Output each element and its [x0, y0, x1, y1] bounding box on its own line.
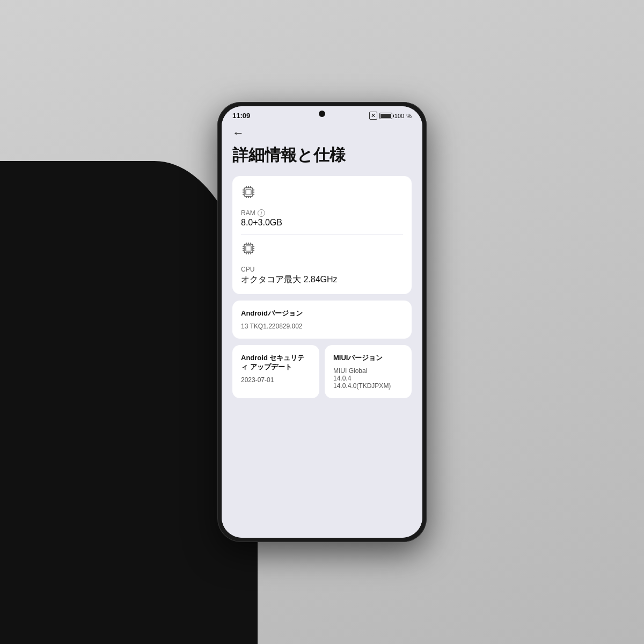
ram-section: RAM i 8.0+3.0GB: [241, 185, 403, 228]
status-right-icons: ✕ 100 %: [369, 112, 412, 120]
status-bar: 11:09 ✕ 100 %: [222, 106, 422, 122]
android-version-value: 13 TKQ1.220829.002: [241, 323, 403, 330]
svg-rect-14: [244, 244, 253, 253]
cpu-value: オクタコア最大 2.84GHz: [241, 274, 403, 286]
android-version-card: Androidバージョン 13 TKQ1.220829.002: [232, 301, 412, 339]
scene: 11:09 ✕ 100 % ← 詳細情報と仕様: [0, 0, 644, 644]
svg-rect-0: [244, 188, 253, 196]
ram-cpu-card: RAM i 8.0+3.0GB: [232, 176, 412, 294]
miui-version-label: MIUIバージョン: [333, 354, 403, 363]
battery-icon: [379, 113, 392, 119]
status-time: 11:09: [232, 112, 250, 120]
svg-rect-15: [246, 246, 251, 251]
ram-info-icon[interactable]: i: [258, 209, 265, 217]
phone-screen: 11:09 ✕ 100 % ← 詳細情報と仕様: [222, 106, 422, 538]
security-miui-row: Android セキュリティ アップデート 2023-07-01 MIUIバージ…: [232, 345, 412, 398]
security-update-value: 2023-07-01: [241, 376, 311, 384]
security-update-label: Android セキュリティ アップデート: [241, 354, 311, 372]
battery-percent: 100: [394, 113, 404, 119]
cpu-label: CPU: [241, 266, 403, 273]
camera-notch: [319, 111, 325, 117]
phone-device: 11:09 ✕ 100 % ← 詳細情報と仕様: [217, 102, 427, 542]
cpu-section: CPU オクタコア最大 2.84GHz: [241, 241, 403, 286]
back-button[interactable]: ←: [232, 122, 412, 142]
content-area[interactable]: ← 詳細情報と仕様: [222, 122, 422, 538]
cpu-chip-icon: [241, 241, 403, 262]
ram-label: RAM i: [241, 209, 403, 217]
x-icon: ✕: [369, 112, 377, 120]
card-divider: [241, 234, 403, 235]
security-update-card: Android セキュリティ アップデート 2023-07-01: [232, 345, 319, 398]
miui-version-value: MIUI Global 14.0.4 14.0.4.0(TKDJPXM): [333, 367, 403, 390]
svg-rect-1: [246, 189, 251, 195]
ram-chip-icon: [241, 185, 403, 206]
ram-value: 8.0+3.0GB: [241, 218, 403, 228]
battery-fill: [380, 114, 391, 118]
miui-version-card: MIUIバージョン MIUI Global 14.0.4 14.0.4.0(TK…: [325, 345, 412, 398]
android-version-label: Androidバージョン: [241, 309, 403, 318]
battery-percent-sign: %: [406, 113, 412, 119]
page-title: 詳細情報と仕様: [232, 142, 412, 165]
